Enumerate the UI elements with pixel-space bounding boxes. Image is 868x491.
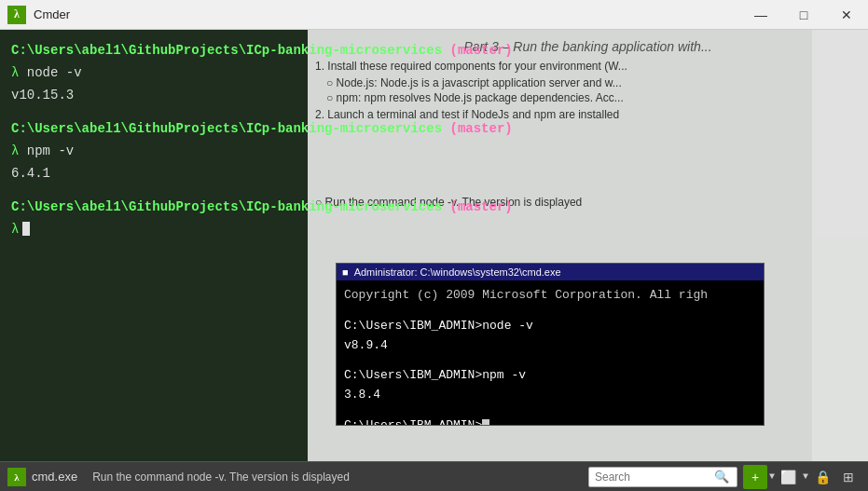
add-dropdown-arrow[interactable]: ▼: [769, 471, 775, 482]
cmd-line-3: C:\Users\IBM_ADMIN>node -v: [344, 317, 756, 336]
prompt-branch-3: (master): [442, 199, 513, 214]
terminal-line-6: 6.4.1: [11, 162, 857, 184]
cmd-line-6: C:\Users\IBM_ADMIN>npm -v: [344, 366, 756, 386]
maximize-button[interactable]: □: [782, 0, 825, 30]
cmd-blank-1: [344, 306, 756, 317]
blank-2: [11, 184, 857, 196]
title-bar: λ Cmder — □ ✕: [0, 0, 868, 30]
terminal-line-5: λ npm -v: [11, 140, 857, 162]
prompt-path-1: C:\Users\abel1\GithubProjects\ICp-bankin…: [11, 43, 442, 58]
terminal-line-8: λ: [11, 218, 857, 240]
prompt-branch-2: (master): [442, 121, 513, 136]
terminal-lines: C:\Users\abel1\GithubProjects\ICp-bankin…: [11, 39, 857, 240]
terminal-line-1: C:\Users\abel1\GithubProjects\ICp-bankin…: [11, 39, 857, 61]
cmd-title-bar: ■ Administrator: C:\windows\system32\cmd…: [337, 264, 764, 280]
cmd-line-9: C:\Users\IBM_ADMIN>: [344, 416, 756, 426]
split-dropdown-arrow[interactable]: ▼: [803, 471, 808, 482]
cmd-blank-3: [344, 405, 756, 416]
output-1: v10.15.3: [11, 88, 74, 102]
cmd-overlay-window: ■ Administrator: C:\windows\system32\cmd…: [336, 263, 765, 426]
terminal-line-4: C:\Users\abel1\GithubProjects\ICp-bankin…: [11, 117, 857, 140]
terminal-main: Part 3 – Run the banking application wit…: [0, 30, 868, 461]
cmd-blank-2: [344, 355, 756, 366]
terminal-line-3: v10.15.3: [11, 84, 857, 106]
search-box[interactable]: 🔍: [588, 467, 737, 487]
lambda-3: λ: [11, 222, 19, 237]
status-app-icon: λ: [7, 468, 26, 486]
prompt-path-2: C:\Users\abel1\GithubProjects\ICp-bankin…: [11, 121, 442, 136]
status-label: cmd.exe: [32, 470, 77, 484]
cmd-title-text: Administrator: C:\windows\system32\cmd.e…: [354, 266, 561, 278]
terminal-line-7: C:\Users\abel1\GithubProjects\ICp-bankin…: [11, 196, 857, 218]
search-button[interactable]: 🔍: [710, 470, 733, 484]
search-input[interactable]: [589, 471, 710, 484]
minimize-button[interactable]: —: [739, 0, 782, 30]
app-icon: λ: [7, 6, 26, 24]
cmd-line-1: Copyright (c) 2009 Microsoft Corporation…: [344, 286, 756, 306]
output-2: 6.4.1: [11, 166, 50, 181]
split-vertical-button[interactable]: ⬜: [777, 465, 801, 489]
close-button[interactable]: ✕: [825, 0, 868, 30]
terminal-content[interactable]: C:\Users\abel1\GithubProjects\ICp-bankin…: [0, 30, 868, 461]
cmd-line-4: v8.9.4: [344, 336, 756, 356]
toolbar-icons: + ▼ ⬜ ▼ 🔒 ⊞: [743, 465, 861, 489]
add-tab-button[interactable]: +: [743, 465, 767, 489]
cmd-1: node -v: [19, 65, 81, 80]
lock-button[interactable]: 🔒: [810, 465, 834, 489]
window-title: Cmder: [34, 7, 70, 21]
prompt-path-3: C:\Users\abel1\GithubProjects\ICp-bankin…: [11, 199, 442, 214]
blank-1: [11, 106, 857, 117]
cmd-2: npm -v: [19, 143, 74, 158]
cmd-line-7: 3.8.4: [344, 386, 756, 405]
prompt-branch-1: (master): [442, 43, 513, 58]
grid-button[interactable]: ⊞: [836, 465, 861, 489]
status-bottom-text: Run the command node -v. The version is …: [83, 471, 583, 484]
status-bar: λ cmd.exe Run the command node -v. The v…: [0, 461, 868, 491]
window-controls: — □ ✕: [739, 0, 868, 30]
cursor-block: [22, 222, 30, 236]
terminal-line-2: λ node -v: [11, 61, 857, 84]
cmd-terminal-body: Copyright (c) 2009 Microsoft Corporation…: [337, 280, 764, 426]
cmd-cursor: [482, 419, 489, 426]
